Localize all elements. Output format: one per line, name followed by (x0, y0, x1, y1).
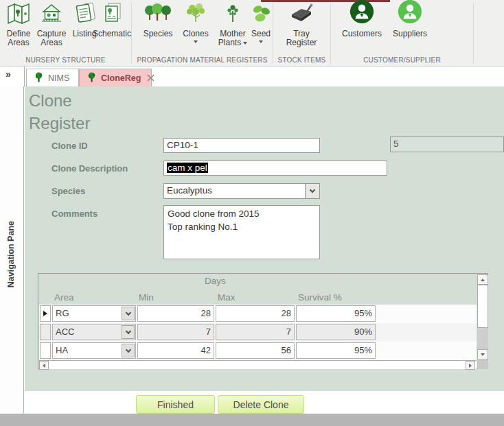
min-cell[interactable]: 42 (137, 342, 214, 359)
max-cell[interactable]: 28 (216, 305, 295, 322)
area-days-grid: Days Area Min Max Survival % RG 28 28 95… (38, 273, 488, 369)
min-cell[interactable]: 28 (137, 305, 214, 322)
area-dropdown-button[interactable] (122, 307, 135, 320)
scroll-down-button[interactable] (477, 349, 488, 359)
column-header-area: Area (54, 292, 74, 303)
chevron-down-icon (310, 187, 315, 193)
table-row: ACC 7 7 90% (39, 323, 477, 342)
clone-id-input[interactable]: CP10-1 (163, 138, 320, 153)
group-label-customer-supplier: CUSTOMER/SUPPLIER (331, 56, 473, 64)
area-combobox[interactable]: ACC (52, 324, 136, 340)
schematic-icon (100, 1, 124, 27)
suppliers-icon (397, 0, 423, 27)
survival-cell[interactable]: 90% (296, 324, 376, 340)
vertical-scrollbar-thumb[interactable] (477, 285, 488, 328)
action-bar: Finished Delete Clone (25, 391, 504, 414)
grid-group-header-days: Days (137, 276, 294, 286)
clones-icon (183, 3, 208, 27)
max-cell[interactable]: 7 (216, 324, 295, 340)
seed-button[interactable]: Seed (250, 3, 272, 43)
species-dropdown-button[interactable] (305, 184, 319, 198)
navigation-pane-expand-icon[interactable]: » (5, 69, 11, 80)
customers-button[interactable]: Customers (338, 3, 386, 38)
scroll-left-button[interactable] (39, 361, 49, 370)
navigation-pane-label: Navigation Pane (6, 221, 16, 287)
horizontal-scrollbar[interactable] (39, 360, 477, 369)
navigation-pane-bar[interactable]: Navigation Pane (0, 86, 24, 414)
finished-button[interactable]: Finished (136, 395, 215, 414)
page-title: Clone Register (29, 89, 125, 134)
chevron-down-icon (125, 346, 130, 352)
document-tab-bar: » NIMS CloneReg (0, 67, 504, 86)
scroll-right-button[interactable] (466, 361, 475, 370)
nims-tab-tree-icon (34, 71, 44, 85)
column-header-survival: Survival % (298, 292, 342, 303)
clone-register-form: Clone Register Clone ID CP10-1 5 Clone D… (25, 86, 504, 391)
tab-nims-label: NIMS (48, 73, 69, 83)
species-value: Eucalyptus (167, 185, 212, 196)
arrow-down-icon (481, 353, 485, 356)
clones-dropdown-icon (194, 40, 198, 43)
application-window: Define Areas Capture Areas (0, 0, 504, 426)
table-row: RG 28 28 95% (39, 305, 477, 323)
define-areas-icon (6, 1, 31, 27)
mother-plants-label: Mother Plants (214, 29, 251, 47)
tab-nims[interactable]: NIMS (26, 69, 79, 86)
define-areas-button[interactable]: Define Areas (3, 3, 34, 47)
record-number-field: 5 (390, 137, 504, 152)
seed-icon (249, 3, 273, 27)
max-cell[interactable]: 56 (216, 342, 295, 359)
record-selector[interactable] (40, 305, 51, 322)
ribbon-group-stock-items: Tray Register STOCK ITEMS (273, 0, 330, 66)
schematic-label: Schematic (93, 29, 131, 38)
clones-label: Clones (179, 29, 213, 43)
seed-dropdown-icon (259, 40, 263, 43)
arrow-right-icon (469, 364, 472, 368)
tab-close-icon[interactable] (146, 73, 155, 82)
tray-register-label: Tray Register (280, 29, 323, 47)
species-icon (143, 3, 173, 27)
record-selector[interactable] (40, 324, 51, 340)
suppliers-label: Suppliers (389, 29, 431, 38)
clonereg-tab-tree-icon (87, 71, 97, 85)
mother-plants-icon (225, 3, 241, 27)
ribbon: Define Areas Capture Areas (0, 0, 504, 67)
tray-register-button[interactable]: Tray Register (280, 3, 323, 47)
survival-cell[interactable]: 95% (296, 342, 376, 359)
min-cell[interactable]: 7 (137, 324, 214, 340)
delete-clone-button[interactable]: Delete Clone (218, 395, 304, 414)
area-dropdown-button[interactable] (122, 325, 135, 339)
survival-cell[interactable]: 95% (296, 305, 376, 322)
status-bar (0, 414, 504, 426)
clones-button[interactable]: Clones (179, 3, 213, 43)
schematic-button[interactable]: Schematic (93, 3, 131, 38)
table-row: HA 42 56 95% (39, 342, 477, 360)
clone-description-input[interactable]: cam x pel (163, 161, 387, 176)
area-combobox[interactable]: RG (52, 305, 136, 322)
suppliers-button[interactable]: Suppliers (389, 3, 431, 38)
species-label: Species (51, 186, 85, 196)
customers-icon (349, 0, 375, 27)
species-button[interactable]: Species (139, 3, 177, 38)
vertical-scrollbar[interactable] (477, 274, 488, 359)
mother-plants-button[interactable]: Mother Plants (214, 3, 251, 47)
record-selector[interactable] (40, 342, 51, 359)
clone-description-label: Clone Description (51, 163, 128, 174)
tab-clonereg[interactable]: CloneReg (79, 69, 152, 86)
group-label-propagation: PROPAGATION MATERIAL REGISTERS (132, 56, 273, 64)
current-record-icon (43, 311, 47, 316)
clone-id-label: Clone ID (51, 141, 88, 151)
ribbon-group-propagation: Species Clones (132, 0, 273, 66)
ribbon-group-nursery-structure: Define Areas Capture Areas (0, 0, 131, 66)
area-combobox[interactable]: HA (52, 342, 136, 359)
species-combobox[interactable]: Eucalyptus (163, 183, 320, 199)
area-dropdown-button[interactable] (122, 344, 135, 357)
capture-areas-button[interactable]: Capture Areas (34, 3, 69, 47)
scrollbar-corner (477, 360, 488, 369)
scroll-up-button[interactable] (477, 274, 488, 285)
customers-label: Customers (338, 29, 386, 38)
comments-textarea[interactable]: Good clone from 2015 Top ranking No.1 (163, 205, 320, 259)
arrow-left-icon (43, 364, 45, 368)
ribbon-group-customer-supplier: Customers Suppliers CUSTOMER/SUPPLIER (331, 0, 473, 66)
define-areas-label: Define Areas (3, 29, 34, 47)
